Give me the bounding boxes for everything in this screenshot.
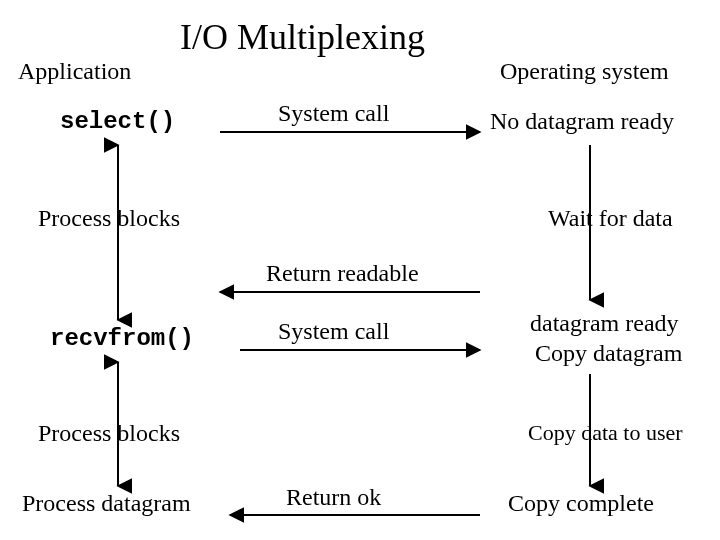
diagram-stage: I/O Multiplexing Application Operating s… bbox=[0, 0, 720, 540]
arrows-overlay bbox=[0, 0, 720, 540]
